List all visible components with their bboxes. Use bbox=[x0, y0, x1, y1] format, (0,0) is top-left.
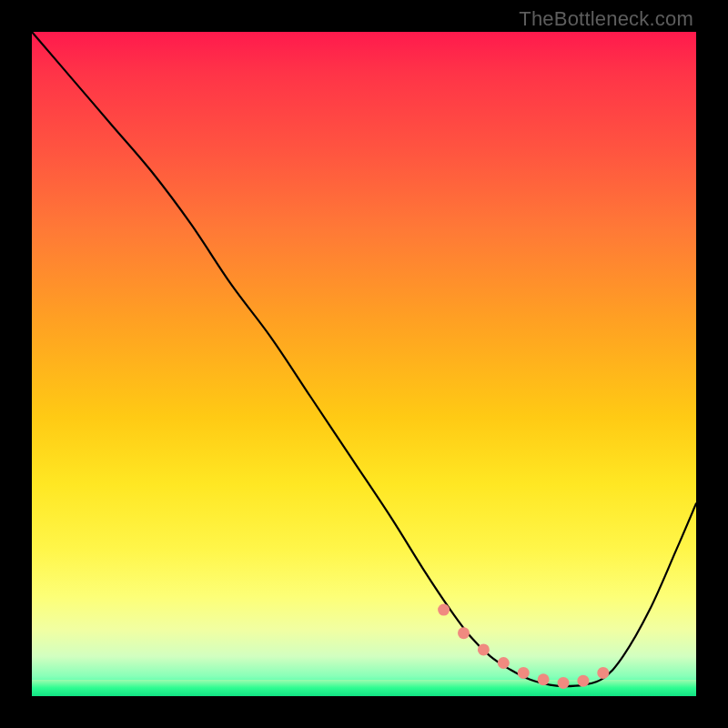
bottleneck-curve bbox=[32, 32, 696, 686]
marker-dot bbox=[518, 667, 530, 679]
marker-dot bbox=[498, 657, 510, 669]
marker-dot bbox=[438, 604, 450, 616]
chart-frame bbox=[32, 32, 696, 696]
marker-dot bbox=[597, 667, 609, 679]
marker-dot bbox=[577, 675, 589, 687]
curve-markers bbox=[438, 604, 609, 689]
chart-svg bbox=[32, 32, 696, 696]
attribution-text: TheBottleneck.com bbox=[519, 7, 693, 31]
marker-dot bbox=[558, 677, 570, 689]
marker-dot bbox=[478, 643, 490, 655]
marker-dot bbox=[538, 673, 550, 685]
marker-dot bbox=[458, 627, 470, 639]
plot-area bbox=[32, 32, 696, 696]
